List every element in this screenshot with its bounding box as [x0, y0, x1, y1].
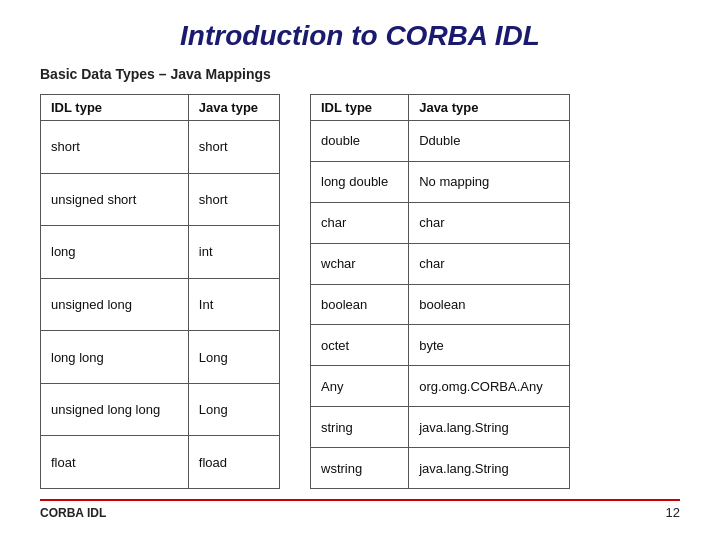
slide: Introduction to CORBA IDL Basic Data Typ…	[0, 0, 720, 540]
table-cell: double	[311, 121, 409, 162]
table-row: unsigned long longLong	[41, 383, 280, 436]
table-row: long doubleNo mapping	[311, 161, 570, 202]
table-cell: char	[409, 243, 570, 284]
table-cell: unsigned long	[41, 278, 189, 331]
table-cell: short	[41, 121, 189, 174]
table-row: unsigned shortshort	[41, 173, 280, 226]
footer-label: CORBA IDL	[40, 506, 106, 520]
table-cell: byte	[409, 325, 570, 366]
table-cell: int	[188, 226, 279, 279]
table-cell: short	[188, 121, 279, 174]
table-right: IDL type Java type doubleDdublelong doub…	[310, 94, 570, 489]
table-cell: float	[41, 436, 189, 489]
table-cell: unsigned short	[41, 173, 189, 226]
table-cell: Dduble	[409, 121, 570, 162]
table-cell: boolean	[311, 284, 409, 325]
table-right-header-1: IDL type	[311, 95, 409, 121]
table-row: octetbyte	[311, 325, 570, 366]
table-cell: Long	[188, 331, 279, 384]
table-left: IDL type Java type shortshortunsigned sh…	[40, 94, 280, 489]
slide-title: Introduction to CORBA IDL	[40, 20, 680, 52]
table-row: floatfload	[41, 436, 280, 489]
table-cell: octet	[311, 325, 409, 366]
table-cell: java.lang.String	[409, 407, 570, 448]
table-cell: wstring	[311, 448, 409, 489]
table-left-header-1: IDL type	[41, 95, 189, 121]
table-row: doubleDduble	[311, 121, 570, 162]
table-cell: string	[311, 407, 409, 448]
table-row: unsigned longInt	[41, 278, 280, 331]
table-row: wcharchar	[311, 243, 570, 284]
table-cell: fload	[188, 436, 279, 489]
table-row: wstringjava.lang.String	[311, 448, 570, 489]
table-cell: char	[409, 202, 570, 243]
table-cell: long	[41, 226, 189, 279]
table-row: booleanboolean	[311, 284, 570, 325]
table-cell: No mapping	[409, 161, 570, 202]
table-cell: Long	[188, 383, 279, 436]
table-cell: char	[311, 202, 409, 243]
tables-container: IDL type Java type shortshortunsigned sh…	[40, 94, 680, 489]
table-row: longint	[41, 226, 280, 279]
table-right-header-2: Java type	[409, 95, 570, 121]
table-cell: Int	[188, 278, 279, 331]
table-cell: org.omg.CORBA.Any	[409, 366, 570, 407]
table-cell: short	[188, 173, 279, 226]
table-cell: boolean	[409, 284, 570, 325]
table-left-header-2: Java type	[188, 95, 279, 121]
table-cell: Any	[311, 366, 409, 407]
footer: CORBA IDL 12	[40, 499, 680, 520]
table-row: shortshort	[41, 121, 280, 174]
table-row: stringjava.lang.String	[311, 407, 570, 448]
table-cell: long double	[311, 161, 409, 202]
table-row: long longLong	[41, 331, 280, 384]
table-cell: wchar	[311, 243, 409, 284]
table-cell: unsigned long long	[41, 383, 189, 436]
table-cell: java.lang.String	[409, 448, 570, 489]
table-row: charchar	[311, 202, 570, 243]
slide-subtitle: Basic Data Types – Java Mappings	[40, 66, 680, 82]
table-row: Anyorg.omg.CORBA.Any	[311, 366, 570, 407]
table-cell: long long	[41, 331, 189, 384]
footer-page: 12	[666, 505, 680, 520]
